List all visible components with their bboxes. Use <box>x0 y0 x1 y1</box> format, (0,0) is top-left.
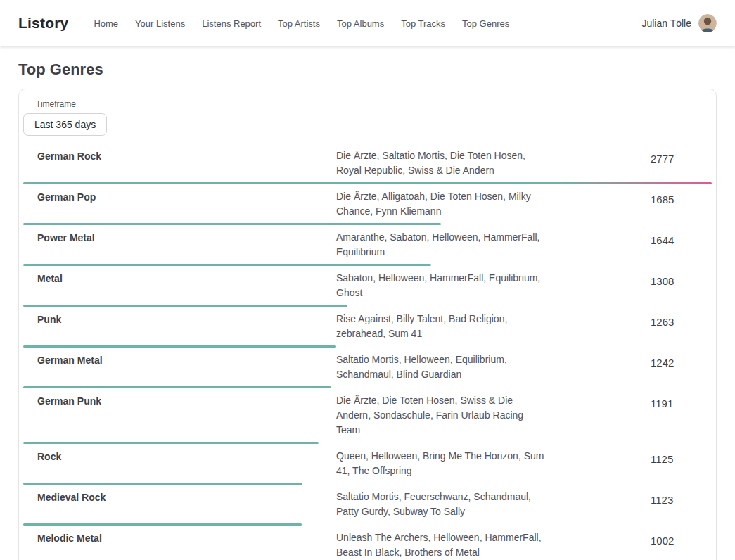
genre-bar <box>23 182 712 184</box>
user-name[interactable]: Julian Tölle <box>641 18 691 29</box>
genre-row-main: Melodic Metal Unleash The Archers, Hello… <box>19 526 716 560</box>
timeframe-label: Timeframe <box>36 99 712 109</box>
genre-count: 1263 <box>651 312 702 328</box>
user-avatar-image <box>698 14 717 32</box>
genre-count: 1242 <box>651 352 702 369</box>
genre-bar-track <box>23 386 712 388</box>
user-avatar[interactable] <box>698 14 717 32</box>
genre-row: Punk Rise Against, Billy Talent, Bad Rel… <box>19 307 716 348</box>
genre-name: German Rock <box>37 148 336 162</box>
genre-bar-track <box>23 523 712 526</box>
genre-count: 1125 <box>651 449 702 465</box>
genre-row-main: Metal Sabaton, Helloween, HammerFall, Eq… <box>19 267 716 303</box>
genre-row: Power Metal Amaranthe, Sabaton, Hellowee… <box>19 226 716 266</box>
genre-bar <box>23 386 331 388</box>
genre-row: German Rock Die Ärzte, Saltatio Mortis, … <box>19 144 716 184</box>
genre-name: Punk <box>37 312 336 325</box>
page-title: Top Genres <box>18 61 717 79</box>
genre-row-main: German Rock Die Ärzte, Saltatio Mortis, … <box>19 144 716 181</box>
genre-bar <box>23 483 302 485</box>
genre-count: 1123 <box>651 490 702 506</box>
genre-row: German Punk Die Ärzte, Die Toten Hosen, … <box>19 389 716 444</box>
genre-name: Rock <box>37 449 336 462</box>
genre-bar <box>23 523 302 526</box>
genre-bar-track <box>23 483 712 485</box>
genre-bar-track <box>23 223 712 225</box>
genre-bar-track <box>23 345 712 348</box>
genre-bar <box>23 442 319 444</box>
genre-row-main: German Metal Saltatio Mortis, Helloween,… <box>19 348 716 385</box>
genre-name: Power Metal <box>37 230 336 243</box>
genre-artists: Queen, Helloween, Bring Me The Horizon, … <box>336 449 547 478</box>
genre-name: Metal <box>37 271 336 284</box>
nav-item-home[interactable]: Home <box>94 18 118 29</box>
genre-row-main: Power Metal Amaranthe, Sabaton, Hellowee… <box>19 226 716 262</box>
genre-row: Metal Sabaton, Helloween, HammerFall, Eq… <box>19 267 716 307</box>
genre-row-main: German Pop Die Ärzte, Alligatoah, Die To… <box>19 185 716 222</box>
genre-row-main: Rock Queen, Helloween, Bring Me The Hori… <box>19 445 716 481</box>
genre-name: German Metal <box>37 352 336 366</box>
genre-row: Melodic Metal Unleash The Archers, Hello… <box>19 526 716 560</box>
genre-bar-track <box>23 182 712 184</box>
nav-item-top-tracks[interactable]: Top Tracks <box>401 18 445 29</box>
genre-artists: Die Ärzte, Alligatoah, Die Toten Hosen, … <box>336 189 547 219</box>
user-area: Julian Tölle <box>641 14 717 32</box>
main-content: Top Genres Timeframe Last 365 days Germa… <box>0 61 735 560</box>
genre-row-main: Medieval Rock Saltatio Mortis, Feuerschw… <box>19 485 716 522</box>
genre-artists: Amaranthe, Sabaton, Helloween, HammerFal… <box>336 230 547 260</box>
genre-count: 1002 <box>651 530 702 547</box>
genre-bar-track <box>23 305 712 307</box>
genre-artists: Sabaton, Helloween, HammerFall, Equilibr… <box>336 271 547 300</box>
main-nav: Home Your Listens Listens Report Top Art… <box>94 18 509 29</box>
nav-item-top-artists[interactable]: Top Artists <box>278 18 320 29</box>
timeframe-block: Timeframe Last 365 days <box>19 99 716 144</box>
nav-item-listens-report[interactable]: Listens Report <box>202 18 261 29</box>
genre-artists: Die Ärzte, Saltatio Mortis, Die Toten Ho… <box>336 148 547 178</box>
genre-count: 1644 <box>651 230 702 246</box>
top-genres-panel: Timeframe Last 365 days German Rock Die … <box>18 89 717 560</box>
genre-bar <box>23 305 347 307</box>
genre-row-main: German Punk Die Ärzte, Die Toten Hosen, … <box>19 389 716 440</box>
genre-count: 1191 <box>651 393 702 409</box>
nav-item-top-genres[interactable]: Top Genres <box>462 18 509 29</box>
genre-bar <box>23 345 336 348</box>
genre-count: 2777 <box>651 148 702 165</box>
nav-item-top-albums[interactable]: Top Albums <box>337 18 384 29</box>
genre-bar <box>23 223 441 225</box>
genre-artists: Unleash The Archers, Helloween, HammerFa… <box>336 530 547 560</box>
genre-count: 1308 <box>651 271 702 287</box>
genre-artists: Rise Against, Billy Talent, Bad Religion… <box>336 312 547 341</box>
genre-name: German Pop <box>37 189 336 203</box>
genre-count: 1685 <box>651 189 702 205</box>
genre-bar-track <box>23 442 712 444</box>
genre-table: German Rock Die Ärzte, Saltatio Mortis, … <box>19 144 716 560</box>
genre-artists: Saltatio Mortis, Feuerschwanz, Schandmau… <box>336 490 547 519</box>
genre-name: German Punk <box>37 393 336 407</box>
nav-item-your-listens[interactable]: Your Listens <box>135 18 185 29</box>
genre-artists: Die Ärzte, Die Toten Hosen, Swiss & Die … <box>336 393 547 438</box>
genre-bar-track <box>23 264 712 266</box>
genre-row: German Pop Die Ärzte, Alligatoah, Die To… <box>19 185 716 225</box>
brand-logo[interactable]: Listory <box>18 15 68 32</box>
genre-name: Melodic Metal <box>37 530 336 544</box>
genre-name: Medieval Rock <box>37 490 336 503</box>
genre-artists: Saltatio Mortis, Helloween, Equilibrium,… <box>336 352 547 382</box>
genre-row: Rock Queen, Helloween, Bring Me The Hori… <box>19 445 716 485</box>
genre-row: German Metal Saltatio Mortis, Helloween,… <box>19 348 716 388</box>
genre-row-main: Punk Rise Against, Billy Talent, Bad Rel… <box>19 307 716 344</box>
genre-row: Medieval Rock Saltatio Mortis, Feuerschw… <box>19 485 716 526</box>
genre-bar <box>23 264 431 266</box>
top-navbar: Listory Home Your Listens Listens Report… <box>0 0 735 46</box>
timeframe-select[interactable]: Last 365 days <box>23 113 107 136</box>
